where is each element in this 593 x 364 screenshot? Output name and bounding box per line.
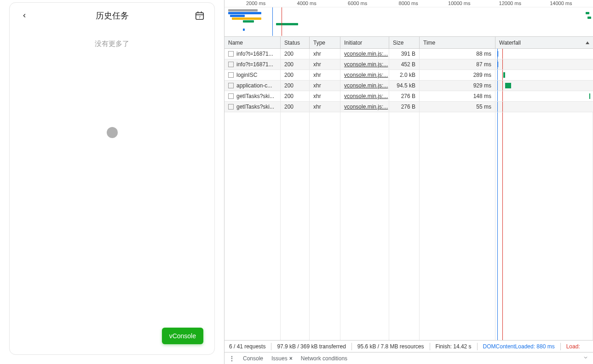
cell-initiator: vconsole.min.js:... [340,59,389,69]
cell-time: 148 ms [420,91,495,101]
column-header-time[interactable]: Time [420,37,495,48]
page-title: 历史任务 [96,10,129,21]
row-checkbox[interactable] [228,93,234,99]
overview-tick: 8000 ms [399,0,418,6]
status-finish: Finish: 14.42 s [430,343,478,350]
app-header: 历史任务 7 [10,3,214,27]
cell-waterfall [495,102,593,112]
overview-tick: 10000 ms [448,0,470,6]
cell-name: info?t=16871... [225,49,281,59]
cell-type: xhr [310,59,340,69]
drawer-tab-network-conditions[interactable]: Network conditions [301,355,347,362]
column-header-waterfall[interactable]: Waterfall [495,37,593,48]
status-domcontentloaded: DOMContentLoaded: 880 ms [478,343,561,350]
drawer-menu-icon[interactable]: ⋮ [229,355,235,362]
cell-size: 94.5 kB [389,81,420,91]
column-header-type[interactable]: Type [310,37,340,48]
network-status-bar: 6 / 41 requests 97.9 kB / 369 kB transfe… [225,340,593,352]
cell-time: 88 ms [420,49,495,59]
status-transferred: 97.9 kB / 369 kB transferred [271,343,351,350]
row-checkbox[interactable] [228,51,234,57]
mobile-preview-pane: 历史任务 7 没有更多了 vConsole [0,0,224,364]
row-checkbox[interactable] [228,83,234,88]
cell-time: 87 ms [420,59,495,69]
cell-initiator: vconsole.min.js:... [340,81,389,91]
initiator-link[interactable]: vconsole.min.js:... [344,93,388,99]
cell-status: 200 [281,91,310,101]
overview-timeline-ticks: 2000 ms 4000 ms 6000 ms 8000 ms 10000 ms… [225,0,593,7]
table-row[interactable]: application-c...200xhrvconsole.min.js:..… [225,81,593,91]
loading-spinner [107,127,118,138]
chevron-left-icon [21,12,28,19]
cell-name: application-c... [225,81,281,91]
calendar-icon: 7 [195,11,205,21]
cell-size: 391 B [389,49,420,59]
cell-time: 929 ms [420,81,495,91]
initiator-link[interactable]: vconsole.min.js:... [344,51,388,57]
cell-initiator: vconsole.min.js:... [340,49,389,59]
cell-type: xhr [310,81,340,91]
status-load: Load: [561,343,586,350]
table-row[interactable]: getITasks?ski...200xhrvconsole.min.js:..… [225,91,593,102]
cell-status: 200 [281,102,310,112]
overview-tick: 12000 ms [499,0,521,6]
network-table-header: Name Status Type Initiator Size Time Wat… [225,37,593,49]
cell-name: getITasks?ski... [225,91,281,101]
table-row[interactable]: getITasks?ski...200xhrvconsole.min.js:..… [225,102,593,112]
cell-size: 276 B [389,91,420,101]
calendar-button[interactable]: 7 [193,9,206,22]
cell-status: 200 [281,81,310,91]
cell-size: 276 B [389,102,420,112]
mobile-frame: 历史任务 7 没有更多了 vConsole [9,2,215,355]
initiator-link[interactable]: vconsole.min.js:... [344,72,388,78]
cell-waterfall [495,49,593,59]
cell-initiator: vconsole.min.js:... [340,70,389,80]
column-header-status[interactable]: Status [281,37,310,48]
drawer-tab-console[interactable]: Console [243,355,263,362]
drawer-collapse-icon[interactable] [583,355,588,362]
network-table-body[interactable]: info?t=16871...200xhrvconsole.min.js:...… [225,49,593,340]
overview-tick: 2000 ms [246,0,265,6]
cell-name: getITasks?ski... [225,102,281,112]
cell-waterfall [495,70,593,80]
cell-type: xhr [310,49,340,59]
row-checkbox[interactable] [228,72,234,78]
initiator-link[interactable]: vconsole.min.js:... [344,82,388,89]
cell-time: 55 ms [420,102,495,112]
row-checkbox[interactable] [228,104,234,110]
initiator-link[interactable]: vconsole.min.js:... [344,104,388,110]
cell-status: 200 [281,49,310,59]
column-header-name[interactable]: Name [225,37,281,48]
vconsole-button[interactable]: vConsole [162,328,203,344]
status-requests: 6 / 41 requests [229,343,271,350]
cell-time: 289 ms [420,70,495,80]
row-checkbox[interactable] [228,62,234,67]
table-row[interactable]: info?t=16871...200xhrvconsole.min.js:...… [225,49,593,59]
cell-waterfall [495,91,593,101]
cell-size: 2.0 kB [389,70,420,80]
devtools-drawer-tabs: ⋮ Console Issues × Network conditions [225,352,593,364]
cell-size: 452 B [389,59,420,69]
cell-type: xhr [310,91,340,101]
cell-waterfall [495,81,593,91]
overview-tick: 6000 ms [348,0,367,6]
column-header-size[interactable]: Size [389,37,420,48]
devtools-network-panel: 2000 ms 4000 ms 6000 ms 8000 ms 10000 ms… [224,0,593,364]
close-icon[interactable]: × [289,355,293,362]
back-button[interactable] [18,9,31,22]
svg-text:7: 7 [199,15,201,19]
overview-bars [225,7,593,36]
status-resources: 95.6 kB / 7.8 MB resources [352,343,430,350]
cell-initiator: vconsole.min.js:... [340,91,389,101]
initiator-link[interactable]: vconsole.min.js:... [344,61,388,68]
table-row[interactable]: info?t=16871...200xhrvconsole.min.js:...… [225,59,593,70]
column-header-initiator[interactable]: Initiator [340,37,389,48]
cell-initiator: vconsole.min.js:... [340,102,389,112]
network-overview[interactable]: 2000 ms 4000 ms 6000 ms 8000 ms 10000 ms… [225,0,593,37]
drawer-tab-issues[interactable]: Issues × [271,355,293,362]
cell-status: 200 [281,70,310,80]
cell-name: loginISC [225,70,281,80]
cell-status: 200 [281,59,310,69]
table-row[interactable]: loginISC200xhrvconsole.min.js:...2.0 kB2… [225,70,593,81]
sort-indicator-icon [586,41,589,44]
